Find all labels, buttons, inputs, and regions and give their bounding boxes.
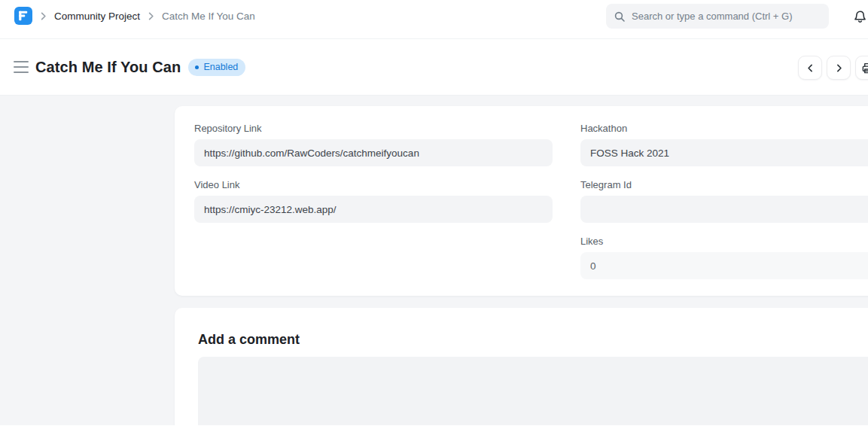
telegram-id-input[interactable] (580, 196, 868, 223)
hackathon-label: Hackathon (580, 123, 868, 134)
repository-link-input[interactable] (194, 139, 553, 166)
hackathon-input[interactable] (580, 139, 868, 166)
field-hackathon: Hackathon (580, 123, 868, 166)
frappe-logo-icon[interactable] (14, 7, 32, 25)
next-record-button[interactable] (827, 56, 851, 80)
status-badge: Enabled (188, 59, 245, 76)
hamburger-icon (14, 61, 29, 62)
page-title: Catch Me If You Can (35, 59, 181, 76)
app-window: Community Project Catch Me If You Can Ca… (0, 0, 868, 426)
form-card: Repository Link Video Link Hackathon Tel… (175, 106, 868, 296)
prev-record-button[interactable] (798, 56, 822, 80)
video-link-input[interactable] (194, 196, 553, 223)
bell-icon (853, 10, 867, 24)
comment-heading: Add a comment (198, 332, 868, 348)
field-likes: Likes (580, 236, 868, 279)
status-badge-label: Enabled (203, 62, 238, 72)
video-link-label: Video Link (194, 179, 553, 190)
repository-link-label: Repository Link (194, 123, 553, 134)
comment-textarea[interactable] (198, 357, 868, 425)
search-icon (614, 11, 626, 23)
form-column-left: Repository Link Video Link (194, 123, 553, 279)
printer-icon (861, 62, 868, 75)
notification-bell-button[interactable] (851, 8, 868, 25)
search-input[interactable] (632, 11, 821, 22)
likes-input[interactable] (580, 252, 868, 279)
page-body: Repository Link Video Link Hackathon Tel… (0, 96, 868, 425)
breadcrumb-item-current[interactable]: Catch Me If You Can (162, 11, 255, 22)
field-telegram-id: Telegram Id (580, 179, 868, 223)
chevron-right-icon (834, 63, 844, 73)
chevron-right-icon (145, 11, 157, 22)
status-dot-icon (195, 65, 199, 69)
top-navbar: Community Project Catch Me If You Can (0, 0, 868, 39)
comment-card: Add a comment (175, 308, 868, 425)
field-repository-link: Repository Link (194, 123, 553, 166)
print-button[interactable] (855, 56, 868, 80)
telegram-id-label: Telegram Id (580, 179, 868, 190)
page-header: Catch Me If You Can Enabled (0, 39, 868, 96)
hamburger-icon (14, 72, 29, 73)
chevron-left-icon (806, 63, 815, 73)
breadcrumb-item-community-project[interactable]: Community Project (54, 11, 140, 22)
global-search[interactable] (606, 4, 829, 29)
form-column-right: Hackathon Telegram Id Likes (580, 123, 868, 279)
field-video-link: Video Link (194, 179, 553, 223)
chevron-right-icon (38, 11, 49, 22)
likes-label: Likes (580, 236, 868, 247)
sidebar-toggle-button[interactable] (14, 61, 29, 73)
hamburger-icon (14, 66, 29, 68)
